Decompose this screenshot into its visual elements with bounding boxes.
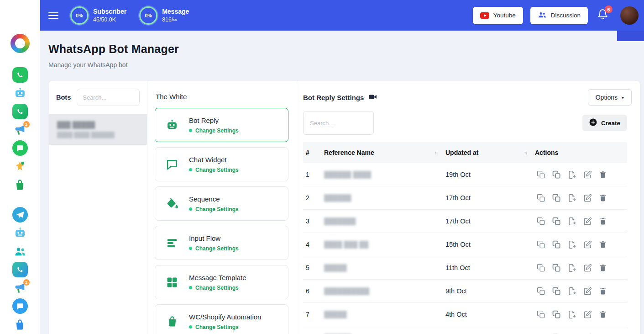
export-button[interactable] [566,285,578,297]
delete-button[interactable] [597,169,609,180]
bot-list-item[interactable]: ███ █████ ████ ████ ██████ [49,114,147,145]
change-settings-link[interactable]: Change Settings [189,245,239,252]
sidebar-icon-whatsapp-widget[interactable] [11,102,29,121]
user-avatar[interactable] [620,6,639,25]
column-header-updated-at[interactable]: Updated at ↑↓ [445,149,535,156]
bots-search-input[interactable] [77,89,140,106]
menu-toggle-icon[interactable] [48,12,58,19]
duplicate-button[interactable] [535,192,547,204]
youtube-button[interactable]: Youtube [473,7,523,24]
sidebar-icon-whatsapp-chat[interactable] [11,139,29,157]
sequence-icon [162,197,182,210]
delete-button[interactable] [597,285,609,297]
edit-button[interactable] [581,262,593,274]
bots-panel: Bots ███ █████ ████ ████ ██████ [49,81,147,334]
setting-card-label: Input Flow [189,234,239,242]
copy-button[interactable] [550,169,562,180]
reference-name: ███████ [324,217,356,225]
delete-button[interactable] [597,332,609,334]
bot-settings-panel: The White Bot Reply Change Settings Chat… [147,81,296,334]
sidebar-icon-telegram-group[interactable] [11,242,29,260]
discussion-button[interactable]: Discussion [530,7,588,24]
sidebar-icon-whatsapp-bot[interactable] [11,84,29,102]
reply-search-input[interactable] [303,111,374,135]
sidebar-icon-telegram[interactable] [11,206,29,224]
flow-icon [162,237,182,249]
change-settings-link[interactable]: Change Settings [189,285,246,291]
delete-button[interactable] [597,192,609,204]
app-logo[interactable] [10,34,30,53]
sidebar-icon-telegram-bot[interactable] [11,224,29,242]
sidebar-icon-telegram-broadcast[interactable]: 1 [11,279,29,297]
change-settings-link[interactable]: Change Settings [189,206,239,212]
sidebar-icon-whatsapp-integrations[interactable] [11,157,29,175]
export-button[interactable] [566,169,578,180]
edit-button[interactable] [581,239,593,250]
sort-icon[interactable]: ↑↓ [435,150,437,155]
copy-button[interactable] [550,239,562,250]
export-button[interactable] [566,308,578,320]
edit-button[interactable] [581,285,593,297]
top-navbar: 0% Subscriber 45/50.0K 0% Message 816/∞ … [40,0,644,31]
create-button[interactable]: Create [582,115,627,131]
duplicate-button[interactable] [535,169,547,180]
export-button[interactable] [566,262,578,274]
copy-button[interactable] [550,262,562,274]
copy-button[interactable] [550,215,562,227]
options-button[interactable]: Options ▾ [588,89,632,106]
duplicate-button[interactable] [535,215,547,227]
setting-card-chat-widget[interactable]: Chat Widget Change Settings [155,147,288,181]
subscriber-stat: 0% Subscriber 45/50.0K [70,6,126,25]
setting-card-label: WC/Shopify Automation [189,313,261,321]
setting-card-wc-shopify-automation[interactable]: WC/Shopify Automation Change Settings [155,304,288,334]
notification-badge: 6 [605,5,613,13]
column-header-reference-name[interactable]: Reference Name ↑↓ [324,149,445,156]
edit-button[interactable] [581,332,593,334]
copy-button[interactable] [550,192,562,204]
delete-button[interactable] [597,308,609,320]
duplicate-button[interactable] [535,262,547,274]
edit-button[interactable] [581,192,593,204]
change-settings-link[interactable]: Change Settings [189,167,239,173]
bots-list: ███ █████ ████ ████ ██████ [49,114,147,145]
sidebar-icon-telegram-widget[interactable] [11,260,29,279]
sidebar-icon-whatsapp-broadcast[interactable]: 1 [11,121,29,139]
change-settings-link[interactable]: Change Settings [189,324,261,330]
change-settings-link[interactable]: Change Settings [189,127,239,134]
export-button[interactable] [566,215,578,227]
status-dot [189,286,192,289]
table-row: 4 ████ ███ ██ 15th Oct [303,233,627,256]
edit-button[interactable] [581,169,593,180]
notifications-button[interactable]: 6 [597,9,608,22]
export-button[interactable] [566,192,578,204]
sidebar-icon-whatsapp[interactable] [11,66,29,84]
delete-button[interactable] [597,262,609,274]
copy-button[interactable] [550,285,562,297]
duplicate-button[interactable] [535,332,547,334]
setting-card-bot-reply[interactable]: Bot Reply Change Settings [155,108,288,142]
updated-at: 15th Oct [445,241,535,248]
setting-card-sequence[interactable]: Sequence Change Settings [155,186,288,221]
bot-manager-card: Bots ███ █████ ████ ████ ██████ The Whit… [48,80,640,334]
edit-button[interactable] [581,215,593,227]
sidebar-icon-telegram-shop[interactable] [11,315,29,334]
edit-button[interactable] [581,308,593,320]
copy-button[interactable] [550,332,562,334]
sort-icon[interactable]: ↑↓ [524,150,527,155]
row-actions [535,239,627,250]
sidebar-icon-whatsapp-shop[interactable] [11,175,29,194]
duplicate-button[interactable] [535,285,547,297]
delete-button[interactable] [597,215,609,227]
delete-button[interactable] [597,239,609,250]
export-button[interactable] [566,239,578,250]
duplicate-button[interactable] [535,308,547,320]
setting-card-message-template[interactable]: Message Template Change Settings [155,265,288,299]
duplicate-button[interactable] [535,239,547,250]
main-content: WhatsApp Bot Manager Manage your WhatsAp… [40,31,644,334]
sidebar-icon-telegram-chat[interactable] [11,297,29,315]
video-camera-icon[interactable] [368,92,377,103]
setting-card-input-flow[interactable]: Input Flow Change Settings [155,226,288,260]
export-button[interactable] [566,332,578,334]
copy-button[interactable] [550,308,562,320]
bag-icon [162,315,182,328]
